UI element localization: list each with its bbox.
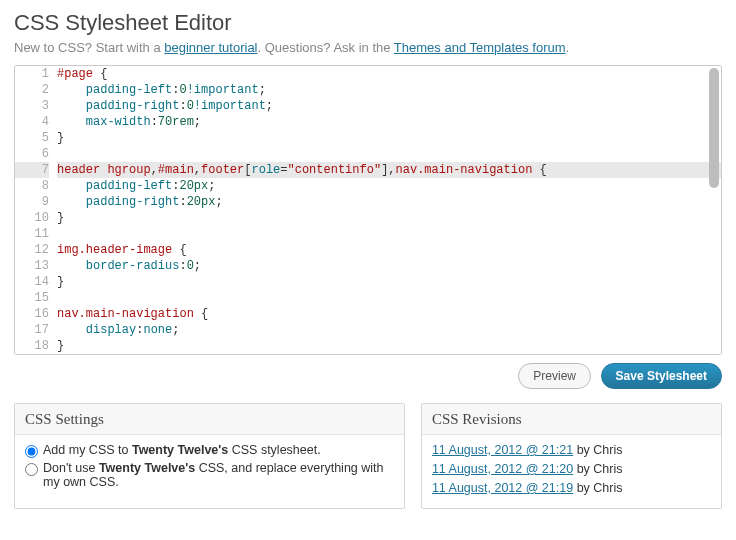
code-line[interactable]: border-radius:0;	[57, 258, 721, 274]
intro-prefix: New to CSS? Start with a	[14, 40, 164, 55]
line-number: 14	[15, 274, 49, 290]
css-revisions-panel: CSS Revisions 11 August, 2012 @ 21:21 by…	[421, 403, 722, 509]
css-revisions-heading: CSS Revisions	[422, 404, 721, 435]
line-number-gutter: 123456789101112131415161718	[15, 66, 57, 354]
revision-link[interactable]: 11 August, 2012 @ 21:21	[432, 443, 573, 457]
preview-button[interactable]: Preview	[518, 363, 591, 389]
code-content[interactable]: #page { padding-left:0!important; paddin…	[57, 66, 721, 354]
line-number: 11	[15, 226, 49, 242]
line-number: 12	[15, 242, 49, 258]
intro-mid: . Questions? Ask in the	[258, 40, 394, 55]
revision-author: by Chris	[573, 462, 622, 476]
revision-item: 11 August, 2012 @ 21:21 by Chris	[432, 443, 711, 457]
line-number: 10	[15, 210, 49, 226]
line-number: 17	[15, 322, 49, 338]
code-line[interactable]: }	[57, 130, 721, 146]
code-line[interactable]	[57, 146, 721, 162]
save-stylesheet-button[interactable]: Save Stylesheet	[601, 363, 722, 389]
revision-item: 11 August, 2012 @ 21:20 by Chris	[432, 462, 711, 476]
css-settings-heading: CSS Settings	[15, 404, 404, 435]
code-line[interactable]: padding-right:20px;	[57, 194, 721, 210]
line-number: 1	[15, 66, 49, 82]
intro-text: New to CSS? Start with a beginner tutori…	[14, 40, 722, 55]
line-number: 8	[15, 178, 49, 194]
line-number: 9	[15, 194, 49, 210]
css-mode-add-radio[interactable]	[25, 445, 38, 458]
code-line[interactable]: img.header-image {	[57, 242, 721, 258]
css-settings-panel: CSS Settings Add my CSS to Twenty Twelve…	[14, 403, 405, 509]
revision-author: by Chris	[573, 481, 622, 495]
line-number: 5	[15, 130, 49, 146]
code-line[interactable]: header hgroup,#main,footer[role="content…	[57, 162, 721, 178]
intro-suffix: .	[566, 40, 570, 55]
page-title: CSS Stylesheet Editor	[14, 10, 722, 36]
css-mode-replace-label: Don't use Twenty Twelve's CSS, and repla…	[43, 461, 394, 489]
css-mode-replace-option[interactable]: Don't use Twenty Twelve's CSS, and repla…	[25, 461, 394, 489]
line-number: 2	[15, 82, 49, 98]
css-mode-add-label: Add my CSS to Twenty Twelve's CSS styles…	[43, 443, 321, 457]
css-mode-replace-radio[interactable]	[25, 463, 38, 476]
line-number: 15	[15, 290, 49, 306]
revision-author: by Chris	[573, 443, 622, 457]
line-number: 16	[15, 306, 49, 322]
revision-link[interactable]: 11 August, 2012 @ 21:19	[432, 481, 573, 495]
code-line[interactable]: }	[57, 210, 721, 226]
line-number: 18	[15, 338, 49, 354]
button-row: Preview Save Stylesheet	[14, 363, 722, 389]
css-mode-add-option[interactable]: Add my CSS to Twenty Twelve's CSS styles…	[25, 443, 394, 458]
line-number: 3	[15, 98, 49, 114]
code-line[interactable]: padding-right:0!important;	[57, 98, 721, 114]
code-line[interactable]: }	[57, 338, 721, 354]
line-number: 13	[15, 258, 49, 274]
line-number: 6	[15, 146, 49, 162]
code-line[interactable]: max-width:70rem;	[57, 114, 721, 130]
code-line[interactable]: padding-left:0!important;	[57, 82, 721, 98]
code-line[interactable]: display:none;	[57, 322, 721, 338]
editor-scrollbar[interactable]	[709, 68, 719, 188]
code-line[interactable]	[57, 226, 721, 242]
code-line[interactable]: nav.main-navigation {	[57, 306, 721, 322]
code-line[interactable]: }	[57, 274, 721, 290]
revision-link[interactable]: 11 August, 2012 @ 21:20	[432, 462, 573, 476]
beginner-tutorial-link[interactable]: beginner tutorial	[164, 40, 257, 55]
line-number: 7	[15, 162, 49, 178]
code-line[interactable]: #page {	[57, 66, 721, 82]
code-line[interactable]: padding-left:20px;	[57, 178, 721, 194]
themes-forum-link[interactable]: Themes and Templates forum	[394, 40, 566, 55]
revision-item: 11 August, 2012 @ 21:19 by Chris	[432, 481, 711, 495]
code-line[interactable]	[57, 290, 721, 306]
code-editor[interactable]: 123456789101112131415161718 #page { padd…	[14, 65, 722, 355]
revision-list: 11 August, 2012 @ 21:21 by Chris11 Augus…	[432, 443, 711, 495]
line-number: 4	[15, 114, 49, 130]
